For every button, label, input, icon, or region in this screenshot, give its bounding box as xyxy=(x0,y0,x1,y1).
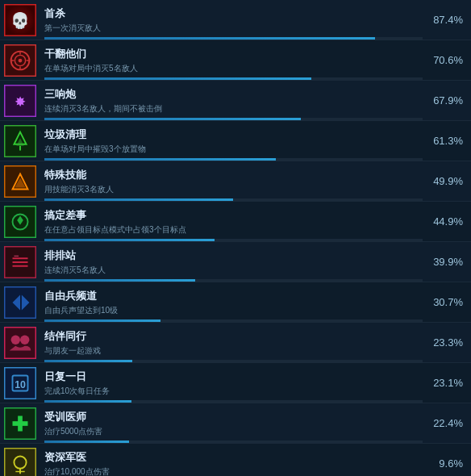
achievement-title: 首杀 xyxy=(44,6,418,21)
achievement-bar-container xyxy=(44,158,423,161)
achievement-desc: 用技能消灭3名敌人 xyxy=(44,184,418,195)
achievement-icon xyxy=(4,165,36,198)
achievement-info: 自由兵频道 自由兵声望达到10级 xyxy=(44,289,424,316)
achievement-percent: 70.6% xyxy=(424,54,463,66)
achievement-icon: 10 xyxy=(4,367,36,399)
achievement-bar xyxy=(44,239,215,241)
achievement-icon xyxy=(4,286,36,319)
achievement-item[interactable]: 排排站 连续消灭5名敌人 39.9% xyxy=(0,242,471,282)
achievement-icon xyxy=(4,407,36,440)
achievement-title: 搞定差事 xyxy=(44,208,418,223)
achievement-percent: 87.4% xyxy=(424,14,463,26)
achievement-bar-container xyxy=(44,441,423,443)
achievement-icon xyxy=(4,206,36,238)
achievement-info: 日复一日 完成10次每日任务 xyxy=(44,370,424,397)
achievement-percent: 44.9% xyxy=(424,215,463,228)
achievement-info: 受训医师 治疗5000点伤害 xyxy=(44,410,424,437)
achievement-item[interactable]: 受训医师 治疗5000点伤害 22.4% xyxy=(0,403,471,444)
achievement-bar xyxy=(44,400,131,403)
achievement-title: 日复一日 xyxy=(44,370,418,384)
achievement-bar xyxy=(44,37,375,40)
svg-text:10: 10 xyxy=(15,378,26,390)
achievement-item[interactable]: 结伴同行 与朋友一起游戏 23.3% xyxy=(0,323,471,363)
achievement-icon xyxy=(4,125,36,157)
achievement-info: 首杀 第一次消灭敌人 xyxy=(44,6,424,34)
achievement-desc: 自由兵声望达到10级 xyxy=(44,305,418,316)
achievement-title: 结伴同行 xyxy=(44,329,418,344)
svg-rect-39 xyxy=(5,328,35,358)
achievement-title: 三响炮 xyxy=(44,87,418,102)
achievement-item[interactable]: 搞定差事 在任意占领目标点模式中占领3个目标点 44.9% xyxy=(0,202,471,242)
svg-point-41 xyxy=(11,335,20,344)
achievement-info: 资深军医 治疗10,000点伤害 xyxy=(44,450,424,477)
achievement-percent: 39.9% xyxy=(424,256,463,268)
achievement-icon xyxy=(4,327,36,359)
achievement-bar-container xyxy=(44,360,423,362)
achievement-desc: 第一次消灭敌人 xyxy=(44,23,418,34)
achievement-desc: 治疗10,000点伤害 xyxy=(44,466,418,477)
achievement-percent: 9.6% xyxy=(424,457,463,470)
achievement-info: 垃圾清理 在单场对局中摧毁3个放置物 xyxy=(44,127,424,155)
achievement-title: 特殊技能 xyxy=(44,168,418,182)
achievement-title: 资深军医 xyxy=(44,450,418,465)
achievement-bar xyxy=(44,279,195,282)
achievement-title: 干翻他们 xyxy=(44,47,418,61)
achievement-icon xyxy=(4,448,36,477)
achievement-title: 垃圾清理 xyxy=(44,127,418,142)
achievement-desc: 在单场对局中摧毁3个放置物 xyxy=(44,144,418,155)
achievement-bar xyxy=(44,158,276,161)
achievement-icon xyxy=(4,44,36,77)
achievement-percent: 67.9% xyxy=(424,94,463,106)
achievement-title: 排排站 xyxy=(44,248,418,263)
achievement-bar xyxy=(44,360,132,362)
achievement-bar-container xyxy=(44,400,423,403)
achievement-list: 💀 首杀 第一次消灭敌人 87.4% 干翻他们 在单场对局中消灭5名敌人 xyxy=(0,0,471,476)
achievement-bar xyxy=(44,319,160,322)
svg-text:✸: ✸ xyxy=(15,94,26,109)
achievement-bar-container xyxy=(44,77,423,80)
achievement-item[interactable]: 自由兵频道 自由兵声望达到10级 30.7% xyxy=(0,282,471,323)
achievement-item[interactable]: 干翻他们 在单场对局中消灭5名敌人 70.6% xyxy=(0,40,471,81)
achievement-desc: 在单场对局中消灭5名敌人 xyxy=(44,63,418,74)
svg-text:💀: 💀 xyxy=(10,10,30,29)
achievement-icon xyxy=(4,246,36,278)
achievement-desc: 治疗5000点伤害 xyxy=(44,426,418,437)
achievement-desc: 在任意占领目标点模式中占领3个目标点 xyxy=(44,224,418,236)
achievement-bar-container xyxy=(44,118,423,120)
achievement-icon: ✸ xyxy=(4,85,36,117)
achievement-bar-container xyxy=(44,198,423,201)
achievement-desc: 连续消灭5名敌人 xyxy=(44,265,418,276)
achievement-percent: 22.4% xyxy=(424,417,463,429)
achievement-percent: 30.7% xyxy=(424,296,463,308)
achievement-percent: 23.3% xyxy=(424,336,463,349)
achievement-bar xyxy=(44,118,301,120)
achievement-bar xyxy=(44,441,129,443)
achievement-bar-container xyxy=(44,319,423,322)
achievement-info: 排排站 连续消灭5名敌人 xyxy=(44,248,424,276)
achievement-icon: 💀 xyxy=(4,4,36,36)
svg-rect-50 xyxy=(13,421,28,426)
achievement-info: 结伴同行 与朋友一起游戏 xyxy=(44,329,424,357)
achievement-item[interactable]: ✸ 三响炮 连续消灭3名敌人，期间不被击倒 67.9% xyxy=(0,81,471,121)
achievement-percent: 49.9% xyxy=(424,175,463,187)
achievement-bar xyxy=(44,77,311,80)
achievement-item[interactable]: 资深军医 治疗10,000点伤害 9.6% xyxy=(0,444,471,476)
achievement-bar xyxy=(44,198,233,201)
achievement-desc: 连续消灭3名敌人，期间不被击倒 xyxy=(44,103,418,115)
svg-point-42 xyxy=(20,335,29,344)
achievement-item[interactable]: 10 日复一日 完成10次每日任务 23.1% xyxy=(0,363,471,403)
svg-point-8 xyxy=(19,58,23,62)
achievement-item[interactable]: 垃圾清理 在单场对局中摧毁3个放置物 61.3% xyxy=(0,121,471,161)
achievement-info: 特殊技能 用技能消灭3名敌人 xyxy=(44,168,424,195)
achievement-desc: 完成10次每日任务 xyxy=(44,386,418,397)
achievement-item[interactable]: 💀 首杀 第一次消灭敌人 87.4% xyxy=(0,0,471,40)
achievement-info: 搞定差事 在任意占领目标点模式中占领3个目标点 xyxy=(44,208,424,236)
achievement-desc: 与朋友一起游戏 xyxy=(44,345,418,357)
achievement-title: 自由兵频道 xyxy=(44,289,418,303)
achievement-title: 受训医师 xyxy=(44,410,418,424)
achievement-item[interactable]: 特殊技能 用技能消灭3名敌人 49.9% xyxy=(0,161,471,202)
achievement-bar-container xyxy=(44,279,423,282)
achievement-info: 干翻他们 在单场对局中消灭5名敌人 xyxy=(44,47,424,74)
achievement-info: 三响炮 连续消灭3名敌人，期间不被击倒 xyxy=(44,87,424,115)
achievement-bar-container xyxy=(44,37,423,40)
